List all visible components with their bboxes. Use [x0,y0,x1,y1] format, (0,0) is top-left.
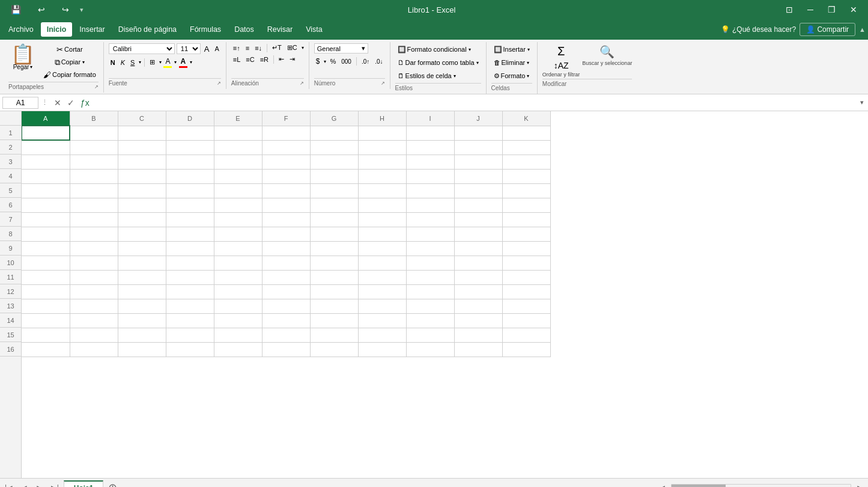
bold-button[interactable]: N [109,58,117,67]
cell-I4[interactable] [406,169,454,183]
cell-G4[interactable] [310,169,358,183]
cell-B9[interactable] [70,241,118,256]
align-middle-btn[interactable]: ≡ [244,44,251,52]
cell-K11[interactable] [502,270,550,284]
menu-archivo[interactable]: Archivo [2,22,40,37]
cell-H13[interactable] [358,299,406,313]
grid-area[interactable]: A B C D E F G H I J K [22,111,868,478]
cell-H11[interactable] [358,270,406,284]
cell-J3[interactable] [454,155,502,169]
cell-F13[interactable] [262,299,310,313]
numero-expand[interactable]: ↗ [381,81,385,86]
cell-F9[interactable] [262,241,310,256]
cell-A7[interactable] [22,212,70,227]
cell-I15[interactable] [406,328,454,342]
cell-G13[interactable] [310,299,358,313]
format-table-btn[interactable]: 🗋 Dar formato como tabla ▾ [395,57,481,69]
restore-button[interactable]: ❐ [822,2,842,17]
cell-C1[interactable] [118,126,166,140]
cell-B10[interactable] [70,256,118,270]
cell-D16[interactable] [166,342,214,357]
underline-button[interactable]: S [129,58,136,67]
row-12[interactable]: 12 [0,284,21,299]
cell-H3[interactable] [358,155,406,169]
next-sheet-btn[interactable]: ► [33,482,45,488]
row-16[interactable]: 16 [0,342,21,357]
cell-E8[interactable] [214,227,262,241]
currency-btn[interactable]: $ [314,57,322,66]
menu-insertar[interactable]: Insertar [73,22,111,37]
cell-C12[interactable] [118,284,166,299]
col-header-F[interactable]: F [262,111,310,126]
cell-G2[interactable] [310,140,358,155]
cell-E12[interactable] [214,284,262,299]
increase-indent-btn[interactable]: ⇥ [288,55,297,64]
cell-B16[interactable] [70,342,118,357]
format-cells-btn[interactable]: ⚙ Formato ▾ [491,70,532,82]
formula-input[interactable] [94,97,856,108]
menu-formulas[interactable]: Fórmulas [184,22,227,37]
cell-E2[interactable] [214,140,262,155]
align-left-btn[interactable]: ≡L [231,55,243,64]
copy-dropdown[interactable]: ▾ [82,60,85,65]
cell-I12[interactable] [406,284,454,299]
cell-D2[interactable] [166,140,214,155]
cell-C16[interactable] [118,342,166,357]
cell-E9[interactable] [214,241,262,256]
conditional-format-btn[interactable]: 🔲 Formato condicional ▾ [395,43,473,55]
cell-C14[interactable] [118,313,166,328]
cell-A5[interactable] [22,183,70,198]
col-header-A[interactable]: A [22,111,70,126]
cell-A4[interactable] [22,169,70,183]
cell-H8[interactable] [358,227,406,241]
cell-K8[interactable] [502,227,550,241]
decrease-indent-btn[interactable]: ⇤ [277,55,286,64]
col-header-K[interactable]: K [502,111,550,126]
cell-E13[interactable] [214,299,262,313]
font-color-button[interactable]: A [178,57,187,66]
cell-J1[interactable] [454,126,502,140]
delete-cells-btn[interactable]: 🗑 Eliminar ▾ [491,57,532,69]
cell-H12[interactable] [358,284,406,299]
cell-A1[interactable] [22,126,70,140]
font-family-select[interactable]: Calibri [109,43,175,54]
ribbon-collapse-btn[interactable]: ▲ [859,26,866,33]
col-header-C[interactable]: C [118,111,166,126]
extra-button[interactable]: ⊡ [780,2,799,17]
scroll-right-btn[interactable]: ► [854,482,866,488]
cell-C7[interactable] [118,212,166,227]
row-13[interactable]: 13 [0,299,21,313]
cell-E15[interactable] [214,328,262,342]
cell-E14[interactable] [214,313,262,328]
fill-dropdown[interactable]: ▾ [174,60,177,65]
add-sheet-button[interactable]: ⊕ [106,480,120,488]
undo-button[interactable]: ↩ [32,2,51,17]
cell-J2[interactable] [454,140,502,155]
cell-A9[interactable] [22,241,70,256]
cell-styles-btn[interactable]: 🗒 Estilos de celda ▾ [395,70,458,82]
cell-B12[interactable] [70,284,118,299]
cell-K12[interactable] [502,284,550,299]
cell-H1[interactable] [358,126,406,140]
cell-K3[interactable] [502,155,550,169]
col-header-J[interactable]: J [454,111,502,126]
cell-H2[interactable] [358,140,406,155]
cell-G16[interactable] [310,342,358,357]
cut-button[interactable]: ✂ Cortar [41,43,99,55]
fill-color-button[interactable]: A [163,57,172,66]
row-10[interactable]: 10 [0,256,21,270]
portapapeles-expand[interactable]: ↗ [94,84,99,90]
align-top-btn[interactable]: ≡↑ [231,44,242,52]
cell-G3[interactable] [310,155,358,169]
cell-B5[interactable] [70,183,118,198]
cell-A6[interactable] [22,198,70,212]
underline-dropdown[interactable]: ▾ [139,60,141,65]
cell-E11[interactable] [214,270,262,284]
cell-K6[interactable] [502,198,550,212]
cell-D4[interactable] [166,169,214,183]
row-15[interactable]: 15 [0,328,21,342]
cell-E4[interactable] [214,169,262,183]
cell-K4[interactable] [502,169,550,183]
col-header-G[interactable]: G [310,111,358,126]
merge-dropdown[interactable]: ▾ [302,45,304,51]
